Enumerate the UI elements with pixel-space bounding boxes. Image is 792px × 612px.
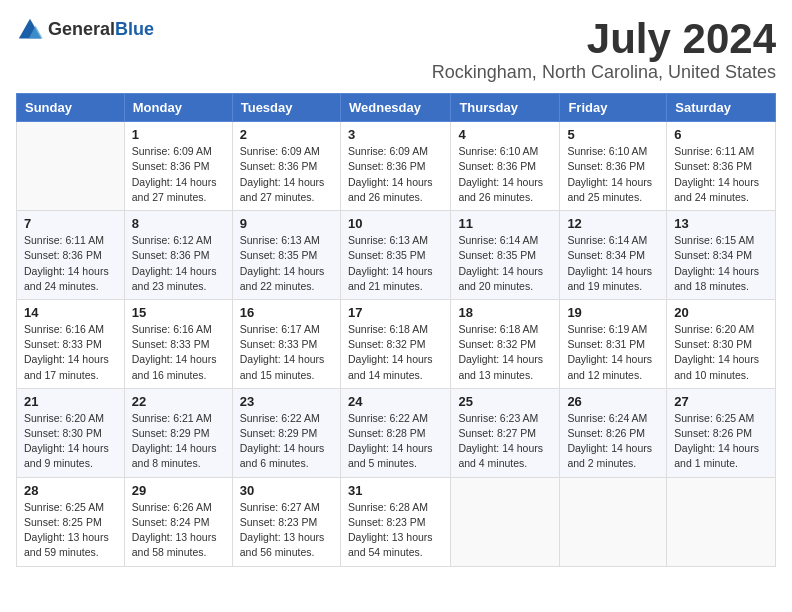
day-info: Sunrise: 6:22 AMSunset: 8:28 PMDaylight:… (348, 411, 443, 472)
day-info: Sunrise: 6:21 AMSunset: 8:29 PMDaylight:… (132, 411, 225, 472)
calendar-cell (560, 477, 667, 566)
calendar-cell: 29Sunrise: 6:26 AMSunset: 8:24 PMDayligh… (124, 477, 232, 566)
day-number: 30 (240, 483, 333, 498)
day-info: Sunrise: 6:22 AMSunset: 8:29 PMDaylight:… (240, 411, 333, 472)
day-info: Sunrise: 6:25 AMSunset: 8:25 PMDaylight:… (24, 500, 117, 561)
day-number: 31 (348, 483, 443, 498)
day-number: 22 (132, 394, 225, 409)
calendar-cell: 9Sunrise: 6:13 AMSunset: 8:35 PMDaylight… (232, 211, 340, 300)
day-info: Sunrise: 6:13 AMSunset: 8:35 PMDaylight:… (240, 233, 333, 294)
day-info: Sunrise: 6:26 AMSunset: 8:24 PMDaylight:… (132, 500, 225, 561)
calendar-cell: 11Sunrise: 6:14 AMSunset: 8:35 PMDayligh… (451, 211, 560, 300)
day-info: Sunrise: 6:09 AMSunset: 8:36 PMDaylight:… (132, 144, 225, 205)
calendar-cell: 6Sunrise: 6:11 AMSunset: 8:36 PMDaylight… (667, 122, 776, 211)
page-header: GeneralBlue July 2024 Rockingham, North … (16, 16, 776, 83)
calendar-cell: 13Sunrise: 6:15 AMSunset: 8:34 PMDayligh… (667, 211, 776, 300)
calendar-cell: 18Sunrise: 6:18 AMSunset: 8:32 PMDayligh… (451, 299, 560, 388)
day-number: 27 (674, 394, 768, 409)
month-title: July 2024 (432, 16, 776, 62)
day-info: Sunrise: 6:16 AMSunset: 8:33 PMDaylight:… (24, 322, 117, 383)
day-info: Sunrise: 6:10 AMSunset: 8:36 PMDaylight:… (458, 144, 552, 205)
calendar-table: SundayMondayTuesdayWednesdayThursdayFrid… (16, 93, 776, 566)
weekday-header-saturday: Saturday (667, 94, 776, 122)
week-row-5: 28Sunrise: 6:25 AMSunset: 8:25 PMDayligh… (17, 477, 776, 566)
day-number: 12 (567, 216, 659, 231)
calendar-cell: 3Sunrise: 6:09 AMSunset: 8:36 PMDaylight… (340, 122, 450, 211)
day-number: 26 (567, 394, 659, 409)
logo: GeneralBlue (16, 16, 154, 44)
day-info: Sunrise: 6:14 AMSunset: 8:35 PMDaylight:… (458, 233, 552, 294)
day-info: Sunrise: 6:16 AMSunset: 8:33 PMDaylight:… (132, 322, 225, 383)
calendar-cell: 10Sunrise: 6:13 AMSunset: 8:35 PMDayligh… (340, 211, 450, 300)
title-section: July 2024 Rockingham, North Carolina, Un… (432, 16, 776, 83)
day-info: Sunrise: 6:18 AMSunset: 8:32 PMDaylight:… (348, 322, 443, 383)
day-number: 17 (348, 305, 443, 320)
calendar-cell (451, 477, 560, 566)
calendar-cell: 21Sunrise: 6:20 AMSunset: 8:30 PMDayligh… (17, 388, 125, 477)
logo-icon (16, 16, 44, 44)
week-row-3: 14Sunrise: 6:16 AMSunset: 8:33 PMDayligh… (17, 299, 776, 388)
day-number: 4 (458, 127, 552, 142)
day-number: 5 (567, 127, 659, 142)
day-number: 19 (567, 305, 659, 320)
day-number: 9 (240, 216, 333, 231)
day-number: 21 (24, 394, 117, 409)
day-number: 1 (132, 127, 225, 142)
day-number: 11 (458, 216, 552, 231)
calendar-cell: 16Sunrise: 6:17 AMSunset: 8:33 PMDayligh… (232, 299, 340, 388)
day-info: Sunrise: 6:18 AMSunset: 8:32 PMDaylight:… (458, 322, 552, 383)
day-number: 20 (674, 305, 768, 320)
calendar-cell: 25Sunrise: 6:23 AMSunset: 8:27 PMDayligh… (451, 388, 560, 477)
day-info: Sunrise: 6:09 AMSunset: 8:36 PMDaylight:… (240, 144, 333, 205)
day-info: Sunrise: 6:15 AMSunset: 8:34 PMDaylight:… (674, 233, 768, 294)
calendar-cell: 22Sunrise: 6:21 AMSunset: 8:29 PMDayligh… (124, 388, 232, 477)
calendar-cell: 4Sunrise: 6:10 AMSunset: 8:36 PMDaylight… (451, 122, 560, 211)
calendar-cell: 24Sunrise: 6:22 AMSunset: 8:28 PMDayligh… (340, 388, 450, 477)
weekday-header-wednesday: Wednesday (340, 94, 450, 122)
logo-text: GeneralBlue (48, 20, 154, 40)
weekday-header-sunday: Sunday (17, 94, 125, 122)
day-info: Sunrise: 6:23 AMSunset: 8:27 PMDaylight:… (458, 411, 552, 472)
day-number: 13 (674, 216, 768, 231)
day-info: Sunrise: 6:09 AMSunset: 8:36 PMDaylight:… (348, 144, 443, 205)
weekday-header-monday: Monday (124, 94, 232, 122)
day-info: Sunrise: 6:27 AMSunset: 8:23 PMDaylight:… (240, 500, 333, 561)
calendar-cell: 5Sunrise: 6:10 AMSunset: 8:36 PMDaylight… (560, 122, 667, 211)
day-info: Sunrise: 6:20 AMSunset: 8:30 PMDaylight:… (674, 322, 768, 383)
day-info: Sunrise: 6:12 AMSunset: 8:36 PMDaylight:… (132, 233, 225, 294)
day-info: Sunrise: 6:28 AMSunset: 8:23 PMDaylight:… (348, 500, 443, 561)
day-number: 23 (240, 394, 333, 409)
day-number: 29 (132, 483, 225, 498)
day-number: 2 (240, 127, 333, 142)
day-info: Sunrise: 6:11 AMSunset: 8:36 PMDaylight:… (674, 144, 768, 205)
week-row-1: 1Sunrise: 6:09 AMSunset: 8:36 PMDaylight… (17, 122, 776, 211)
day-info: Sunrise: 6:10 AMSunset: 8:36 PMDaylight:… (567, 144, 659, 205)
week-row-4: 21Sunrise: 6:20 AMSunset: 8:30 PMDayligh… (17, 388, 776, 477)
calendar-cell: 15Sunrise: 6:16 AMSunset: 8:33 PMDayligh… (124, 299, 232, 388)
weekday-header-tuesday: Tuesday (232, 94, 340, 122)
weekday-header-row: SundayMondayTuesdayWednesdayThursdayFrid… (17, 94, 776, 122)
day-number: 16 (240, 305, 333, 320)
calendar-cell: 26Sunrise: 6:24 AMSunset: 8:26 PMDayligh… (560, 388, 667, 477)
calendar-cell (667, 477, 776, 566)
day-number: 25 (458, 394, 552, 409)
week-row-2: 7Sunrise: 6:11 AMSunset: 8:36 PMDaylight… (17, 211, 776, 300)
calendar-cell: 28Sunrise: 6:25 AMSunset: 8:25 PMDayligh… (17, 477, 125, 566)
day-number: 15 (132, 305, 225, 320)
day-number: 8 (132, 216, 225, 231)
day-number: 28 (24, 483, 117, 498)
day-number: 10 (348, 216, 443, 231)
calendar-cell: 17Sunrise: 6:18 AMSunset: 8:32 PMDayligh… (340, 299, 450, 388)
calendar-cell: 12Sunrise: 6:14 AMSunset: 8:34 PMDayligh… (560, 211, 667, 300)
day-number: 18 (458, 305, 552, 320)
calendar-cell: 23Sunrise: 6:22 AMSunset: 8:29 PMDayligh… (232, 388, 340, 477)
calendar-cell: 30Sunrise: 6:27 AMSunset: 8:23 PMDayligh… (232, 477, 340, 566)
day-info: Sunrise: 6:13 AMSunset: 8:35 PMDaylight:… (348, 233, 443, 294)
day-info: Sunrise: 6:17 AMSunset: 8:33 PMDaylight:… (240, 322, 333, 383)
calendar-cell: 27Sunrise: 6:25 AMSunset: 8:26 PMDayligh… (667, 388, 776, 477)
day-info: Sunrise: 6:19 AMSunset: 8:31 PMDaylight:… (567, 322, 659, 383)
calendar-cell: 14Sunrise: 6:16 AMSunset: 8:33 PMDayligh… (17, 299, 125, 388)
weekday-header-thursday: Thursday (451, 94, 560, 122)
calendar-cell: 7Sunrise: 6:11 AMSunset: 8:36 PMDaylight… (17, 211, 125, 300)
calendar-cell (17, 122, 125, 211)
